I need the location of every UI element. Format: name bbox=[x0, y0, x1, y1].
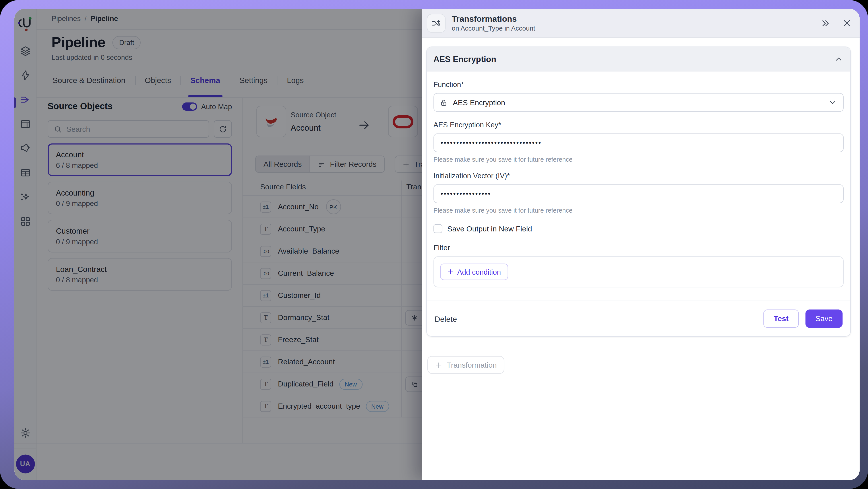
chevron-up-icon[interactable] bbox=[835, 55, 842, 63]
shuffle-icon bbox=[431, 18, 441, 28]
function-value: AES Encryption bbox=[453, 98, 505, 107]
save-output-label: Save Output in New Field bbox=[447, 224, 532, 233]
aes-key-label: AES Encryption Key* bbox=[434, 121, 844, 129]
lock-icon bbox=[439, 98, 448, 107]
drawer-subtitle: on Account_Type in Account bbox=[452, 24, 535, 32]
chevron-down-icon bbox=[829, 98, 837, 106]
filter-label: Filter bbox=[434, 244, 844, 252]
plus-icon bbox=[447, 269, 454, 275]
drawer-title: Transformations bbox=[452, 14, 535, 24]
function-label: Function* bbox=[434, 81, 844, 89]
accordion-title: AES Encryption bbox=[434, 54, 496, 64]
transformation-connector-line bbox=[441, 337, 441, 356]
aes-key-helper: Please make sure you save it for future … bbox=[434, 156, 844, 163]
save-button[interactable]: Save bbox=[806, 310, 843, 328]
function-select[interactable]: AES Encryption bbox=[434, 93, 844, 112]
collapse-drawer-icon[interactable] bbox=[821, 19, 830, 27]
aes-encryption-panel: AES Encryption Function* AES Encryption … bbox=[426, 47, 851, 337]
close-icon[interactable] bbox=[842, 19, 851, 27]
plus-icon bbox=[435, 361, 442, 369]
filter-conditions-box: Add condition bbox=[434, 256, 844, 287]
add-condition-button[interactable]: Add condition bbox=[440, 264, 508, 280]
shuffle-icon-button[interactable] bbox=[427, 13, 446, 32]
add-transformation-button[interactable]: Transformation bbox=[427, 356, 504, 374]
save-output-checkbox[interactable] bbox=[434, 224, 442, 233]
transformations-drawer: Transformations on Account_Type in Accou… bbox=[422, 9, 860, 480]
accordion-header[interactable]: AES Encryption bbox=[427, 47, 850, 71]
iv-label: Initialization Vector (IV)* bbox=[434, 172, 844, 180]
app-window: UA Pipelines / Pipeline Pipeline Draft L… bbox=[14, 9, 860, 480]
iv-field[interactable]: •••••••••••••••• bbox=[434, 184, 844, 203]
iv-helper: Please make sure you save it for future … bbox=[434, 207, 844, 214]
aes-key-field[interactable]: •••••••••••••••••••••••••••••••• bbox=[434, 133, 844, 152]
drawer-header: Transformations on Account_Type in Accou… bbox=[422, 9, 860, 38]
panel-footer: Delete Test Save bbox=[427, 301, 850, 336]
delete-button[interactable]: Delete bbox=[435, 314, 457, 323]
test-button[interactable]: Test bbox=[764, 310, 799, 328]
